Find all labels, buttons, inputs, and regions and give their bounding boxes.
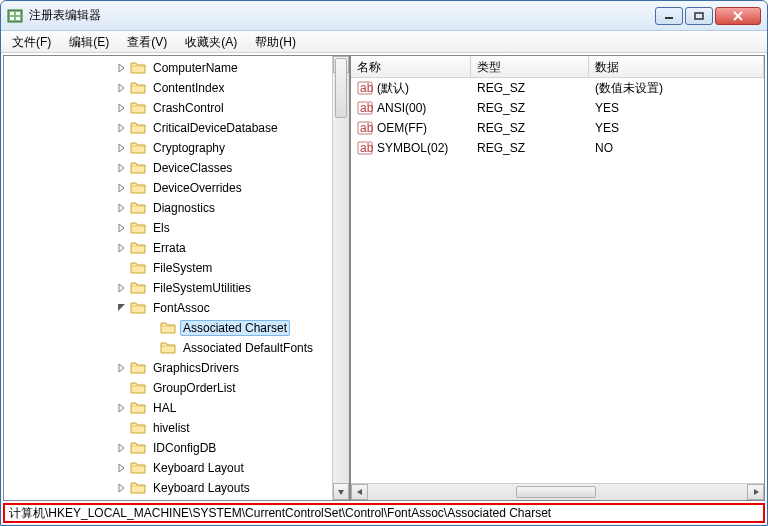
minimize-button[interactable]: [655, 7, 683, 25]
tree-node[interactable]: FontAssoc: [4, 298, 332, 318]
value-type: REG_SZ: [471, 140, 589, 156]
chevron-right-icon[interactable]: [114, 200, 130, 216]
content-area: ComputerNameContentIndexCrashControlCrit…: [1, 53, 767, 503]
chevron-right-icon[interactable]: [114, 460, 130, 476]
tree-node[interactable]: CrashControl: [4, 98, 332, 118]
chevron-right-icon[interactable]: [114, 280, 130, 296]
tree-node[interactable]: Keyboard Layouts: [4, 478, 332, 498]
tree-node[interactable]: Errata: [4, 238, 332, 258]
chevron-right-icon[interactable]: [114, 360, 130, 376]
tree-node[interactable]: Els: [4, 218, 332, 238]
statusbar-path: 计算机\HKEY_LOCAL_MACHINE\SYSTEM\CurrentCon…: [9, 505, 551, 522]
tree-twisty-placeholder: [144, 320, 160, 336]
chevron-right-icon: [114, 380, 130, 396]
chevron-right-icon[interactable]: [114, 480, 130, 496]
tree-node[interactable]: Diagnostics: [4, 198, 332, 218]
value-data: YES: [589, 120, 764, 136]
value-row[interactable]: ab(默认)REG_SZ(数值未设置): [351, 78, 764, 98]
folder-icon: [130, 200, 146, 216]
tree-node-label: CrashControl: [150, 100, 227, 116]
tree-node[interactable]: IDConfigDB: [4, 438, 332, 458]
scroll-right-button[interactable]: [747, 484, 764, 500]
tree-node[interactable]: DeviceClasses: [4, 158, 332, 178]
regedit-app-icon: [7, 8, 23, 24]
svg-marker-20: [118, 304, 125, 311]
column-header-name[interactable]: 名称: [351, 56, 471, 77]
menu-view[interactable]: 查看(V): [118, 31, 176, 52]
tree-node[interactable]: CriticalDeviceDatabase: [4, 118, 332, 138]
maximize-button[interactable]: [685, 7, 713, 25]
tree-node[interactable]: hivelist: [4, 418, 332, 438]
tree-node-label: ContentIndex: [150, 80, 227, 96]
chevron-right-icon[interactable]: [114, 80, 130, 96]
tree-node-label: Errata: [150, 240, 189, 256]
scroll-down-button[interactable]: [333, 483, 349, 500]
tree-node[interactable]: Cryptography: [4, 138, 332, 158]
chevron-right-icon[interactable]: [114, 140, 130, 156]
tree-node[interactable]: FileSystemUtilities: [4, 278, 332, 298]
chevron-right-icon: [114, 420, 130, 436]
tree-node[interactable]: HAL: [4, 398, 332, 418]
tree-node[interactable]: ComputerName: [4, 58, 332, 78]
chevron-right-icon[interactable]: [114, 180, 130, 196]
svg-marker-37: [754, 489, 759, 495]
chevron-right-icon[interactable]: [114, 400, 130, 416]
value-row[interactable]: abOEM(FF)REG_SZYES: [351, 118, 764, 138]
tree-node-label: HAL: [150, 400, 179, 416]
tree-node-label: Els: [150, 220, 173, 236]
value-data: (数值未设置): [589, 79, 764, 98]
tree-node[interactable]: Associated Charset: [4, 318, 332, 338]
menu-help[interactable]: 帮助(H): [246, 31, 305, 52]
value-name: OEM(FF): [377, 121, 427, 135]
tree-node-label: DeviceOverrides: [150, 180, 245, 196]
tree-node[interactable]: DeviceOverrides: [4, 178, 332, 198]
scroll-thumb[interactable]: [335, 58, 347, 118]
chevron-right-icon[interactable]: [114, 120, 130, 136]
list-horizontal-scrollbar[interactable]: [351, 483, 764, 500]
folder-icon: [130, 260, 146, 276]
menu-edit[interactable]: 编辑(E): [60, 31, 118, 52]
value-row[interactable]: abSYMBOL(02)REG_SZNO: [351, 138, 764, 158]
value-type: REG_SZ: [471, 80, 589, 96]
close-button[interactable]: [715, 7, 761, 25]
tree-twisty-placeholder: [144, 340, 160, 356]
chevron-right-icon[interactable]: [114, 440, 130, 456]
folder-icon: [130, 220, 146, 236]
chevron-right-icon[interactable]: [114, 100, 130, 116]
svg-marker-23: [119, 444, 124, 452]
folder-icon: [130, 100, 146, 116]
menu-file[interactable]: 文件(F): [3, 31, 60, 52]
tree-node[interactable]: FileSystem: [4, 258, 332, 278]
tree-node[interactable]: GroupOrderList: [4, 378, 332, 398]
svg-marker-13: [119, 144, 124, 152]
tree-scroll[interactable]: ComputerNameContentIndexCrashControlCrit…: [4, 56, 332, 500]
chevron-right-icon[interactable]: [114, 220, 130, 236]
tree-node[interactable]: ContentIndex: [4, 78, 332, 98]
string-value-icon: ab: [357, 120, 373, 136]
tree-node[interactable]: Keyboard Layout: [4, 458, 332, 478]
hscroll-thumb[interactable]: [516, 486, 596, 498]
chevron-right-icon[interactable]: [114, 240, 130, 256]
chevron-down-icon[interactable]: [114, 300, 130, 316]
column-header-data[interactable]: 数据: [589, 56, 764, 77]
folder-icon: [130, 440, 146, 456]
scroll-left-button[interactable]: [351, 484, 368, 500]
titlebar[interactable]: 注册表编辑器: [1, 1, 767, 31]
tree-node[interactable]: Associated DefaultFonts: [4, 338, 332, 358]
menu-favorites[interactable]: 收藏夹(A): [176, 31, 246, 52]
value-row[interactable]: abANSI(00)REG_SZYES: [351, 98, 764, 118]
list-body[interactable]: ab(默认)REG_SZ(数值未设置)abANSI(00)REG_SZYESab…: [351, 78, 764, 483]
value-type: REG_SZ: [471, 100, 589, 116]
tree-vertical-scrollbar[interactable]: [332, 56, 349, 500]
chevron-right-icon[interactable]: [114, 160, 130, 176]
svg-rect-0: [8, 10, 22, 22]
value-name: (默认): [377, 80, 409, 97]
svg-marker-18: [119, 244, 124, 252]
svg-marker-21: [119, 364, 124, 372]
tree-node[interactable]: GraphicsDrivers: [4, 358, 332, 378]
column-header-type[interactable]: 类型: [471, 56, 589, 77]
folder-icon: [130, 120, 146, 136]
folder-icon: [130, 280, 146, 296]
chevron-right-icon[interactable]: [114, 60, 130, 76]
folder-icon: [160, 340, 176, 356]
